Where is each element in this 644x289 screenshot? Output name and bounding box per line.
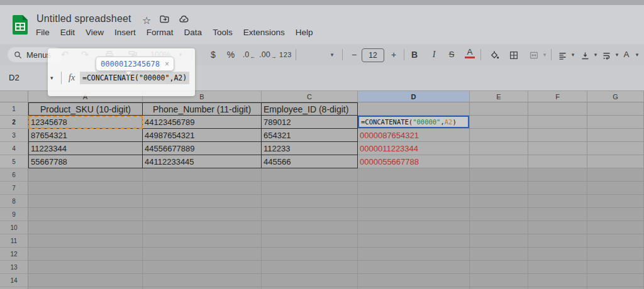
- close-icon[interactable]: ×: [165, 60, 169, 68]
- text-rotation-button[interactable]: A: [621, 44, 631, 65]
- horizontal-align-caret-icon[interactable]: ▾: [569, 44, 577, 65]
- cell-D9[interactable]: [358, 208, 470, 221]
- row-header-5[interactable]: 5: [0, 155, 28, 168]
- decrease-decimal-button[interactable]: .0←: [241, 44, 257, 65]
- column-header-D[interactable]: D: [358, 91, 470, 102]
- merge-cells-icon[interactable]: [527, 44, 541, 65]
- cell-D3[interactable]: 0000087654321: [358, 129, 470, 142]
- cell-G2[interactable]: [587, 116, 644, 129]
- cell-E6[interactable]: [470, 168, 528, 182]
- row-header-2[interactable]: 2: [0, 116, 28, 129]
- cell-E8[interactable]: [470, 195, 528, 208]
- cell-C14[interactable]: [262, 274, 358, 287]
- menu-item-view[interactable]: View: [86, 28, 104, 37]
- cell-G5[interactable]: [587, 155, 644, 168]
- formula-input[interactable]: =CONCATENATE("00000",A2): [80, 72, 189, 84]
- row-header-14[interactable]: 14: [0, 274, 28, 287]
- cell-D2[interactable]: =CONCATENATE("00000",A2): [358, 116, 470, 129]
- row-header-12[interactable]: 12: [0, 248, 28, 261]
- cell-C4[interactable]: 112233: [262, 142, 358, 155]
- cell-A11[interactable]: [28, 234, 143, 248]
- cell-C9[interactable]: [262, 208, 358, 221]
- star-icon[interactable]: ☆: [142, 16, 151, 26]
- cell-G12[interactable]: [587, 248, 644, 261]
- menu-item-help[interactable]: Help: [296, 28, 313, 37]
- cell-C1[interactable]: Employee_ID (8-digit): [262, 102, 358, 116]
- cell-A7[interactable]: [28, 182, 143, 195]
- cell-G9[interactable]: [587, 208, 644, 221]
- sheets-logo-icon[interactable]: [13, 15, 28, 35]
- cell-B11[interactable]: [143, 234, 262, 248]
- cell-E14[interactable]: [470, 274, 528, 287]
- cell-E12[interactable]: [470, 248, 528, 261]
- cell-F9[interactable]: [528, 208, 587, 221]
- cloud-status-icon[interactable]: [178, 14, 190, 27]
- cell-E11[interactable]: [470, 234, 528, 248]
- cell-D5[interactable]: 0000055667788: [358, 155, 470, 168]
- cell-D8[interactable]: [358, 195, 470, 208]
- text-color-button[interactable]: A: [465, 44, 475, 65]
- cell-C12[interactable]: [262, 248, 358, 261]
- cell-A12[interactable]: [28, 248, 143, 261]
- cell-G14[interactable]: [587, 274, 644, 287]
- cell-D10[interactable]: [358, 221, 470, 234]
- cell-C8[interactable]: [262, 195, 358, 208]
- row-header-9[interactable]: 9: [0, 208, 28, 221]
- cell-D6[interactable]: [358, 168, 470, 182]
- cell-B12[interactable]: [143, 248, 262, 261]
- menu-item-extensions[interactable]: Extensions: [243, 28, 285, 37]
- row-header-4[interactable]: 4: [0, 142, 28, 155]
- cell-A3[interactable]: 87654321: [28, 129, 143, 142]
- column-header-C[interactable]: C: [262, 91, 358, 102]
- vertical-align-caret-icon[interactable]: ▾: [592, 44, 599, 65]
- cell-E5[interactable]: [470, 155, 528, 168]
- cell-G11[interactable]: [587, 234, 644, 248]
- cell-D13[interactable]: [358, 261, 470, 274]
- cell-B10[interactable]: [143, 221, 262, 234]
- cell-C10[interactable]: [262, 221, 358, 234]
- cell-F5[interactable]: [528, 155, 587, 168]
- increase-font-size-button[interactable]: +: [388, 44, 399, 65]
- cell-E10[interactable]: [470, 221, 528, 234]
- cell-C6[interactable]: [262, 168, 358, 182]
- name-box[interactable]: D2: [9, 65, 19, 90]
- increase-decimal-button[interactable]: .00→: [259, 44, 277, 65]
- horizontal-align-icon[interactable]: [556, 44, 569, 65]
- cell-B5[interactable]: 44112233445: [143, 155, 262, 168]
- row-header-1[interactable]: 1: [0, 102, 28, 116]
- cell-F1[interactable]: [528, 102, 587, 116]
- cell-A5[interactable]: 55667788: [28, 155, 143, 168]
- cell-A10[interactable]: [28, 221, 143, 234]
- cell-A9[interactable]: [28, 208, 143, 221]
- cell-F7[interactable]: [528, 182, 587, 195]
- cell-B13[interactable]: [143, 261, 262, 274]
- cell-F2[interactable]: [528, 116, 587, 129]
- cell-D12[interactable]: [358, 248, 470, 261]
- cell-D11[interactable]: [358, 234, 470, 248]
- cell-A8[interactable]: [28, 195, 143, 208]
- decrease-font-size-button[interactable]: −: [348, 44, 360, 65]
- cell-B3[interactable]: 44987654321: [143, 129, 262, 142]
- cell-E13[interactable]: [470, 261, 528, 274]
- menu-item-file[interactable]: File: [36, 28, 50, 37]
- row-header-13[interactable]: 13: [0, 261, 28, 274]
- number-format-button[interactable]: 123: [277, 44, 294, 65]
- cell-B7[interactable]: [143, 182, 262, 195]
- cell-C5[interactable]: 445566: [262, 155, 358, 168]
- column-header-G[interactable]: G: [587, 91, 644, 102]
- row-header-8[interactable]: 8: [0, 195, 28, 208]
- document-title[interactable]: Untitled spreadsheet: [36, 13, 131, 25]
- cell-G3[interactable]: [587, 129, 644, 142]
- percent-format-button[interactable]: %: [224, 44, 238, 65]
- cell-B14[interactable]: [143, 274, 262, 287]
- cell-D7[interactable]: [358, 182, 470, 195]
- cell-C3[interactable]: 654321: [262, 129, 358, 142]
- font-family-caret-icon[interactable]: ▾: [328, 44, 336, 65]
- menu-item-data[interactable]: Data: [184, 28, 203, 37]
- cell-G7[interactable]: [587, 182, 644, 195]
- select-all-corner[interactable]: [0, 91, 28, 102]
- column-header-F[interactable]: F: [528, 91, 587, 102]
- cell-B9[interactable]: [143, 208, 262, 221]
- cell-D14[interactable]: [358, 274, 470, 287]
- cell-C7[interactable]: [262, 182, 358, 195]
